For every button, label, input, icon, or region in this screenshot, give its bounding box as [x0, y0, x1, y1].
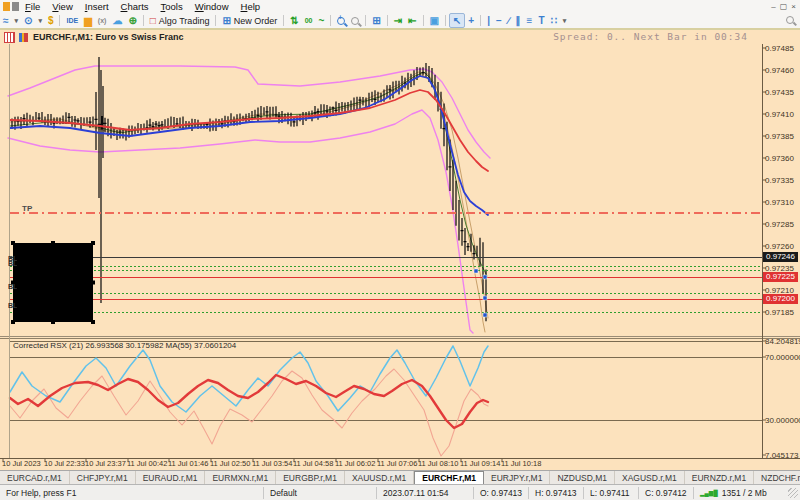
search-icon[interactable] — [786, 16, 794, 24]
tab-nzdchf-r-m1[interactable]: NZDCHF.r,M1 — [754, 471, 800, 485]
drawn-rectangle-object[interactable] — [13, 243, 93, 322]
menu-charts[interactable]: Charts — [115, 1, 155, 12]
object-anchor-point[interactable] — [483, 275, 487, 279]
price-axis-label: 0.97285 — [765, 220, 794, 229]
horizontal-line-button[interactable]: − — [493, 14, 505, 27]
tab-chfjpy-r-m1[interactable]: CHFJPY.r,M1 — [70, 471, 136, 485]
minimize-icon[interactable]: – — [771, 2, 775, 11]
indicators-button[interactable]: ⊙ — [21, 14, 35, 27]
screenshot-button[interactable]: ▣ — [427, 14, 442, 27]
rectangle-handle[interactable] — [91, 241, 95, 245]
line-chart-button[interactable]: ~ — [316, 14, 328, 27]
tab-xauusd-r-m1[interactable]: XAUUSD.r,M1 — [345, 471, 414, 485]
zoom-in-button[interactable] — [334, 14, 348, 27]
rectangle-handle[interactable] — [11, 320, 15, 324]
tab-eurcad-r-m1[interactable]: EURCAD.r,M1 — [0, 471, 70, 485]
trendline-button[interactable]: ∕ — [505, 14, 513, 27]
indicator-axis-label: 7.045173 — [765, 451, 798, 460]
menu-view[interactable]: View — [46, 1, 78, 12]
rectangle-handle[interactable] — [51, 320, 55, 324]
cursor-button[interactable]: ↖ — [449, 13, 465, 28]
market-button[interactable]: ▆ — [81, 14, 95, 27]
price-axis-label: 0.97360 — [765, 154, 794, 163]
tab-eurmxn-r-m1[interactable]: EURMXN.r,M1 — [205, 471, 276, 485]
rectangle-handle[interactable] — [51, 241, 55, 245]
menu-help[interactable]: Help — [235, 1, 267, 12]
tab-euraud-r-m1[interactable]: EURAUD.r,M1 — [136, 471, 206, 485]
zoom-out-icon — [351, 17, 359, 25]
object-anchor-point[interactable] — [483, 296, 487, 300]
status-datetime: 2023.07.11 01:54 — [376, 487, 473, 499]
channel-icon: ∥ — [516, 15, 521, 26]
vertical-line-button[interactable]: | — [484, 14, 493, 27]
chart-type-button[interactable]: ≈ — [0, 14, 12, 27]
price-axis-label: 0.97335 — [765, 176, 794, 185]
close-icon[interactable]: × — [791, 2, 796, 11]
price-badge: 0.97246 — [763, 252, 798, 262]
status-profile[interactable]: Default — [263, 487, 376, 499]
rectangle-handle[interactable] — [91, 320, 95, 324]
object-anchor-point[interactable] — [483, 313, 487, 317]
menu-bar: FileViewInsertChartsToolsWindowHelp –▢× — [0, 0, 800, 13]
time-axis-label: 11 Jul 06:02 — [335, 459, 375, 468]
chart-type-icon: ≈ — [3, 15, 9, 26]
rectangle-handle[interactable] — [11, 241, 15, 245]
shapes-button[interactable]: ∷ — [547, 14, 559, 27]
time-axis-label: 11 Jul 02:50 — [210, 459, 250, 468]
candles-chart-button[interactable]: 00 — [302, 14, 316, 27]
autoscroll-button[interactable]: ⇥ — [391, 14, 405, 27]
price-axis-label: 0.97435 — [765, 88, 794, 97]
symbols-button[interactable]: $ — [45, 14, 57, 27]
indicators-caret-icon: ▾ — [38, 15, 42, 26]
screenshot-icon: ▣ — [430, 15, 439, 26]
text-button[interactable]: T — [535, 14, 547, 27]
tab-eurnzd-r-m1[interactable]: EURNZD.r,M1 — [685, 471, 754, 485]
status-close: C: 0.97412 — [638, 487, 693, 499]
channel-button[interactable]: ∥ — [513, 14, 524, 27]
indicators-caret-button[interactable]: ▾ — [35, 14, 45, 27]
menu-insert[interactable]: Insert — [79, 1, 115, 12]
tab-nzdusd-m1[interactable]: NZDUSD,M1 — [550, 471, 615, 485]
new-order-button-button[interactable]: ⊞New Order — [219, 14, 280, 27]
chart-canvas[interactable] — [0, 44, 800, 470]
trendline-icon: ∕ — [508, 15, 510, 26]
bars-chart-button[interactable]: ⇅ — [287, 14, 301, 27]
text-icon: T — [538, 15, 544, 26]
fibonacci-button[interactable]: ≡ — [524, 14, 536, 27]
chart-type-caret-button[interactable]: ▾ — [12, 14, 22, 27]
status-bar: For Help, press F1 Default 2023.07.11 01… — [0, 484, 800, 500]
metatrader-window: FileViewInsertChartsToolsWindowHelp –▢× … — [0, 0, 800, 500]
tab-eurjpy-r-m1[interactable]: EURJPY.r,M1 — [484, 471, 550, 485]
price-axis-label: 0.97260 — [765, 242, 794, 251]
chart-type-caret-icon: ▾ — [15, 15, 19, 26]
chart-grid-icon — [4, 32, 15, 43]
tab-eurgbp-r-m1[interactable]: EURGBP.r,M1 — [276, 471, 345, 485]
chart-shift-button[interactable]: ⇤ — [405, 14, 419, 27]
fibonacci-icon: ≡ — [527, 15, 533, 26]
rectangle-handle[interactable] — [91, 281, 95, 285]
zoom-out-button[interactable] — [348, 14, 362, 27]
crosshair-button[interactable]: + — [465, 14, 477, 27]
tab-eurchf-r-m1[interactable]: EURCHF.r,M1 — [414, 471, 484, 485]
vps-button[interactable]: ⊕ — [125, 14, 139, 27]
algo-trading-button: □ — [150, 15, 156, 26]
object-anchor-point[interactable] — [474, 269, 478, 273]
restore-icon[interactable]: ▢ — [780, 2, 788, 11]
tile-windows-button[interactable]: ⊞ — [369, 14, 383, 27]
menu-file[interactable]: File — [19, 1, 46, 12]
toolbar-separator — [283, 15, 284, 26]
objects-caret-button[interactable]: ▾ — [560, 14, 570, 27]
time-axis-label: 11 Jul 08:10 — [418, 459, 458, 468]
menu-window[interactable]: Window — [189, 1, 235, 12]
tab-xagusd-r-m1[interactable]: XAGUSD.r,M1 — [615, 471, 685, 485]
price-axis-label: 0.97410 — [765, 110, 794, 119]
signals-button[interactable]: (x) — [95, 14, 110, 27]
time-axis-label: 11 Jul 01:46 — [168, 459, 208, 468]
toolbar-separator — [215, 15, 216, 26]
cloud-button[interactable]: ☁ — [109, 14, 125, 27]
algo-trading-button-button[interactable]: □Algo Trading — [147, 14, 213, 27]
menu-tools[interactable]: Tools — [155, 1, 189, 12]
chart-title-bar: EURCHF.r,M1: Euro vs Swiss Franc Spread:… — [0, 30, 800, 44]
metaeditor-ide-button: IDE — [66, 15, 78, 26]
metaeditor-ide-button-button[interactable]: IDE — [63, 14, 81, 27]
